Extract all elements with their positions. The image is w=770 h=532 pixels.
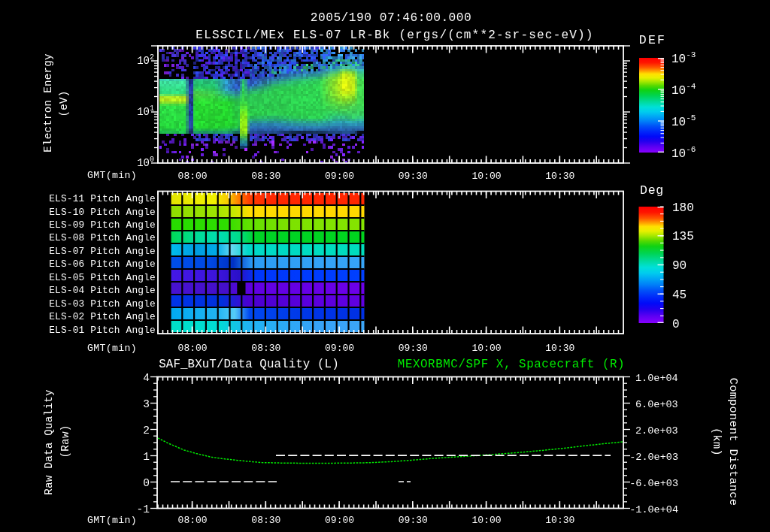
- svg-text:10:00: 10:00: [472, 171, 502, 182]
- svg-text:2005/190 07:46:00.000: 2005/190 07:46:00.000: [311, 11, 472, 25]
- svg-text:10:30: 10:30: [545, 343, 574, 354]
- svg-text:1.0e+04: 1.0e+04: [635, 373, 678, 384]
- svg-text:Deg: Deg: [640, 183, 664, 198]
- svg-text:ELS-09 Pitch Angle: ELS-09 Pitch Angle: [49, 219, 156, 231]
- svg-text:-6.0e+03: -6.0e+03: [629, 478, 678, 489]
- svg-text:-2.0e+03: -2.0e+03: [629, 452, 678, 463]
- svg-text:09:00: 09:00: [325, 515, 354, 526]
- svg-text:0: 0: [672, 318, 680, 331]
- svg-text:ELS-06 Pitch Angle: ELS-06 Pitch Angle: [49, 258, 156, 270]
- svg-text:3: 3: [143, 398, 150, 410]
- svg-text:GMT(min): GMT(min): [87, 515, 137, 526]
- svg-text:09:30: 09:30: [399, 343, 428, 354]
- svg-text:6.0e+03: 6.0e+03: [635, 399, 678, 410]
- svg-text:GMT(min): GMT(min): [87, 343, 137, 354]
- svg-text:DEF: DEF: [639, 33, 666, 47]
- svg-text:10:00: 10:00: [472, 515, 502, 526]
- svg-text:ELS-01 Pitch Angle: ELS-01 Pitch Angle: [49, 325, 156, 336]
- svg-text:45: 45: [672, 289, 687, 302]
- svg-text:10:00: 10:00: [472, 343, 502, 354]
- svg-text:Component Distance: Component Distance: [726, 378, 740, 506]
- svg-text:90: 90: [672, 259, 687, 273]
- svg-text:4: 4: [143, 372, 150, 384]
- svg-text:09:30: 09:30: [399, 171, 428, 182]
- svg-text:(eV): (eV): [58, 90, 70, 116]
- svg-text:ELS-10 Pitch Angle: ELS-10 Pitch Angle: [49, 207, 156, 218]
- svg-text:08:00: 08:00: [178, 515, 208, 526]
- svg-text:ELS-08 Pitch Angle: ELS-08 Pitch Angle: [49, 232, 156, 243]
- svg-text:08:00: 08:00: [178, 343, 208, 354]
- svg-text:10:30: 10:30: [545, 515, 574, 526]
- svg-text:ELS-03 Pitch Angle: ELS-03 Pitch Angle: [49, 298, 156, 310]
- svg-text:ELSSCIL/MEx ELS-07 LR-Bk (erg: ELSSCIL/MEx ELS-07 LR-Bk (ergs/(cm**2-sr…: [196, 29, 593, 42]
- svg-text:1: 1: [143, 451, 150, 463]
- svg-text:08:30: 08:30: [251, 343, 280, 354]
- svg-text:-1: -1: [137, 503, 150, 515]
- svg-text:08:30: 08:30: [251, 171, 280, 182]
- svg-text:ELS-02 Pitch Angle: ELS-02 Pitch Angle: [49, 311, 156, 322]
- svg-text:SAF_BXuT/Data Quality (L): SAF_BXuT/Data Quality (L): [159, 358, 339, 371]
- svg-text:2.0e+03: 2.0e+03: [635, 425, 678, 437]
- svg-text:09:30: 09:30: [399, 515, 428, 526]
- svg-text:09:00: 09:00: [325, 171, 354, 182]
- svg-text:ELS-04 Pitch Angle: ELS-04 Pitch Angle: [49, 285, 156, 296]
- svg-text:180: 180: [672, 201, 694, 215]
- svg-text:ELS-05 Pitch Angle: ELS-05 Pitch Angle: [49, 272, 156, 283]
- svg-text:08:00: 08:00: [178, 171, 208, 182]
- svg-text:(km): (km): [710, 428, 723, 456]
- svg-text:ELS-07 Pitch Angle: ELS-07 Pitch Angle: [49, 246, 156, 257]
- svg-text:MEXORBMC/SPF X, Spacecraft (R): MEXORBMC/SPF X, Spacecraft (R): [398, 358, 625, 371]
- svg-text:Raw Data Quality: Raw Data Quality: [43, 389, 55, 495]
- svg-text:10:30: 10:30: [545, 171, 574, 182]
- svg-text:GMT(min): GMT(min): [87, 170, 137, 181]
- svg-text:-1.0e+04: -1.0e+04: [629, 504, 678, 515]
- svg-text:135: 135: [672, 230, 694, 243]
- svg-text:09:00: 09:00: [325, 343, 354, 354]
- svg-text:08:30: 08:30: [251, 515, 280, 526]
- svg-text:(Raw): (Raw): [59, 425, 71, 458]
- svg-text:2: 2: [143, 425, 150, 437]
- svg-text:ELS-11 Pitch Angle: ELS-11 Pitch Angle: [49, 193, 156, 204]
- svg-text:0: 0: [143, 477, 150, 489]
- svg-text:Electron Energy: Electron Energy: [42, 53, 54, 153]
